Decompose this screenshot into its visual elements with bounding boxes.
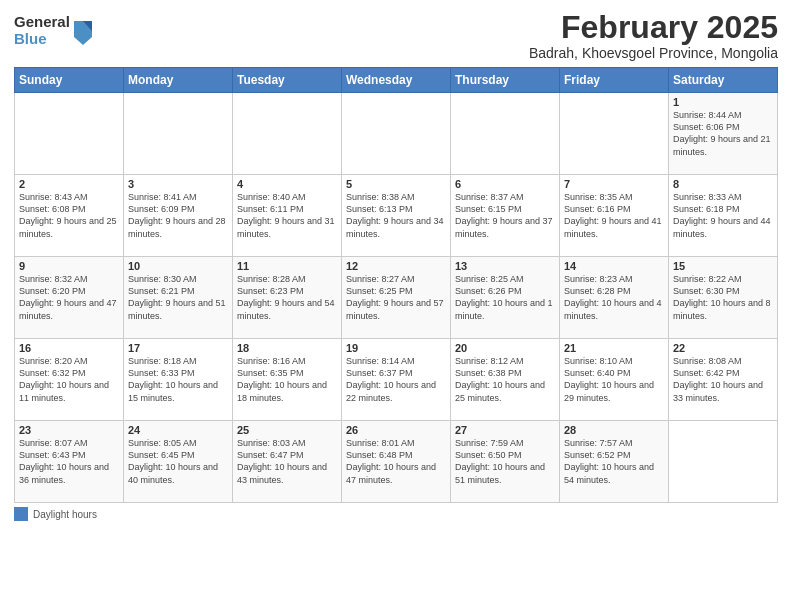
calendar-cell: 6Sunrise: 8:37 AM Sunset: 6:15 PM Daylig… (451, 175, 560, 257)
day-info: Sunrise: 8:01 AM Sunset: 6:48 PM Dayligh… (346, 437, 446, 486)
day-info: Sunrise: 8:43 AM Sunset: 6:08 PM Dayligh… (19, 191, 119, 240)
day-number: 17 (128, 342, 228, 354)
day-number: 26 (346, 424, 446, 436)
day-number: 6 (455, 178, 555, 190)
day-info: Sunrise: 8:05 AM Sunset: 6:45 PM Dayligh… (128, 437, 228, 486)
calendar-cell (233, 93, 342, 175)
day-info: Sunrise: 7:57 AM Sunset: 6:52 PM Dayligh… (564, 437, 664, 486)
footer-label: Daylight hours (33, 509, 97, 520)
day-info: Sunrise: 7:59 AM Sunset: 6:50 PM Dayligh… (455, 437, 555, 486)
day-info: Sunrise: 8:40 AM Sunset: 6:11 PM Dayligh… (237, 191, 337, 240)
calendar-cell: 20Sunrise: 8:12 AM Sunset: 6:38 PM Dayli… (451, 339, 560, 421)
calendar-cell: 13Sunrise: 8:25 AM Sunset: 6:26 PM Dayli… (451, 257, 560, 339)
calendar-cell: 11Sunrise: 8:28 AM Sunset: 6:23 PM Dayli… (233, 257, 342, 339)
calendar-cell: 19Sunrise: 8:14 AM Sunset: 6:37 PM Dayli… (342, 339, 451, 421)
calendar-week-row: 9Sunrise: 8:32 AM Sunset: 6:20 PM Daylig… (15, 257, 778, 339)
calendar-cell: 17Sunrise: 8:18 AM Sunset: 6:33 PM Dayli… (124, 339, 233, 421)
calendar-cell: 4Sunrise: 8:40 AM Sunset: 6:11 PM Daylig… (233, 175, 342, 257)
calendar-cell: 5Sunrise: 8:38 AM Sunset: 6:13 PM Daylig… (342, 175, 451, 257)
calendar-week-row: 23Sunrise: 8:07 AM Sunset: 6:43 PM Dayli… (15, 421, 778, 503)
day-info: Sunrise: 8:16 AM Sunset: 6:35 PM Dayligh… (237, 355, 337, 404)
calendar-cell (342, 93, 451, 175)
calendar-cell: 23Sunrise: 8:07 AM Sunset: 6:43 PM Dayli… (15, 421, 124, 503)
calendar-cell: 21Sunrise: 8:10 AM Sunset: 6:40 PM Dayli… (560, 339, 669, 421)
weekday-header: Wednesday (342, 68, 451, 93)
logo-icon (72, 17, 94, 45)
weekday-header: Tuesday (233, 68, 342, 93)
day-number: 15 (673, 260, 773, 272)
calendar-cell: 16Sunrise: 8:20 AM Sunset: 6:32 PM Dayli… (15, 339, 124, 421)
calendar-cell: 22Sunrise: 8:08 AM Sunset: 6:42 PM Dayli… (669, 339, 778, 421)
day-number: 12 (346, 260, 446, 272)
weekday-header: Sunday (15, 68, 124, 93)
month-title: February 2025 (529, 10, 778, 45)
calendar-cell: 10Sunrise: 8:30 AM Sunset: 6:21 PM Dayli… (124, 257, 233, 339)
day-info: Sunrise: 8:41 AM Sunset: 6:09 PM Dayligh… (128, 191, 228, 240)
day-number: 14 (564, 260, 664, 272)
calendar-cell: 26Sunrise: 8:01 AM Sunset: 6:48 PM Dayli… (342, 421, 451, 503)
day-info: Sunrise: 8:03 AM Sunset: 6:47 PM Dayligh… (237, 437, 337, 486)
calendar-cell: 9Sunrise: 8:32 AM Sunset: 6:20 PM Daylig… (15, 257, 124, 339)
calendar-week-row: 16Sunrise: 8:20 AM Sunset: 6:32 PM Dayli… (15, 339, 778, 421)
day-info: Sunrise: 8:27 AM Sunset: 6:25 PM Dayligh… (346, 273, 446, 322)
day-info: Sunrise: 8:25 AM Sunset: 6:26 PM Dayligh… (455, 273, 555, 322)
day-info: Sunrise: 8:22 AM Sunset: 6:30 PM Dayligh… (673, 273, 773, 322)
calendar-cell: 12Sunrise: 8:27 AM Sunset: 6:25 PM Dayli… (342, 257, 451, 339)
day-number: 24 (128, 424, 228, 436)
day-info: Sunrise: 8:08 AM Sunset: 6:42 PM Dayligh… (673, 355, 773, 404)
day-number: 5 (346, 178, 446, 190)
title-block: February 2025 Badrah, Khoevsgoel Provinc… (529, 10, 778, 61)
logo-blue: Blue (14, 31, 70, 48)
calendar-cell (669, 421, 778, 503)
day-number: 10 (128, 260, 228, 272)
day-info: Sunrise: 8:37 AM Sunset: 6:15 PM Dayligh… (455, 191, 555, 240)
calendar-cell: 25Sunrise: 8:03 AM Sunset: 6:47 PM Dayli… (233, 421, 342, 503)
calendar-week-row: 2Sunrise: 8:43 AM Sunset: 6:08 PM Daylig… (15, 175, 778, 257)
day-info: Sunrise: 8:33 AM Sunset: 6:18 PM Dayligh… (673, 191, 773, 240)
day-number: 7 (564, 178, 664, 190)
calendar-cell: 14Sunrise: 8:23 AM Sunset: 6:28 PM Dayli… (560, 257, 669, 339)
day-info: Sunrise: 8:35 AM Sunset: 6:16 PM Dayligh… (564, 191, 664, 240)
calendar-cell: 28Sunrise: 7:57 AM Sunset: 6:52 PM Dayli… (560, 421, 669, 503)
weekday-header: Friday (560, 68, 669, 93)
day-info: Sunrise: 8:14 AM Sunset: 6:37 PM Dayligh… (346, 355, 446, 404)
weekday-header: Monday (124, 68, 233, 93)
location-title: Badrah, Khoevsgoel Province, Mongolia (529, 45, 778, 61)
calendar-table: SundayMondayTuesdayWednesdayThursdayFrid… (14, 67, 778, 503)
header-row: General Blue February 2025 Badrah, Khoev… (14, 10, 778, 61)
day-info: Sunrise: 8:12 AM Sunset: 6:38 PM Dayligh… (455, 355, 555, 404)
logo: General Blue (14, 14, 94, 47)
day-info: Sunrise: 8:20 AM Sunset: 6:32 PM Dayligh… (19, 355, 119, 404)
calendar-cell (451, 93, 560, 175)
calendar-cell: 3Sunrise: 8:41 AM Sunset: 6:09 PM Daylig… (124, 175, 233, 257)
day-number: 8 (673, 178, 773, 190)
day-number: 22 (673, 342, 773, 354)
day-number: 3 (128, 178, 228, 190)
calendar-cell: 18Sunrise: 8:16 AM Sunset: 6:35 PM Dayli… (233, 339, 342, 421)
calendar-cell (124, 93, 233, 175)
day-info: Sunrise: 8:10 AM Sunset: 6:40 PM Dayligh… (564, 355, 664, 404)
calendar-cell: 27Sunrise: 7:59 AM Sunset: 6:50 PM Dayli… (451, 421, 560, 503)
day-number: 19 (346, 342, 446, 354)
calendar-cell (560, 93, 669, 175)
day-info: Sunrise: 8:23 AM Sunset: 6:28 PM Dayligh… (564, 273, 664, 322)
day-info: Sunrise: 8:18 AM Sunset: 6:33 PM Dayligh… (128, 355, 228, 404)
day-number: 27 (455, 424, 555, 436)
calendar-cell: 2Sunrise: 8:43 AM Sunset: 6:08 PM Daylig… (15, 175, 124, 257)
day-number: 11 (237, 260, 337, 272)
logo-general: General (14, 14, 70, 31)
day-number: 4 (237, 178, 337, 190)
calendar-week-row: 1Sunrise: 8:44 AM Sunset: 6:06 PM Daylig… (15, 93, 778, 175)
day-number: 23 (19, 424, 119, 436)
calendar-cell: 8Sunrise: 8:33 AM Sunset: 6:18 PM Daylig… (669, 175, 778, 257)
day-info: Sunrise: 8:07 AM Sunset: 6:43 PM Dayligh… (19, 437, 119, 486)
weekday-header: Thursday (451, 68, 560, 93)
day-number: 21 (564, 342, 664, 354)
calendar-cell: 7Sunrise: 8:35 AM Sunset: 6:16 PM Daylig… (560, 175, 669, 257)
page-container: General Blue February 2025 Badrah, Khoev… (0, 0, 792, 529)
day-number: 25 (237, 424, 337, 436)
calendar-cell: 1Sunrise: 8:44 AM Sunset: 6:06 PM Daylig… (669, 93, 778, 175)
day-number: 20 (455, 342, 555, 354)
calendar-cell (15, 93, 124, 175)
day-info: Sunrise: 8:28 AM Sunset: 6:23 PM Dayligh… (237, 273, 337, 322)
